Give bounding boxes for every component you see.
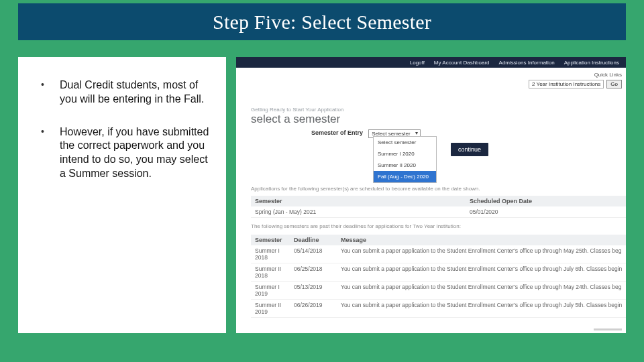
- nav-admissions[interactable]: Admissions Information: [499, 60, 555, 66]
- bullet-item: Dual Credit students, most of you will b…: [41, 78, 213, 107]
- cell-message: You can submit a paper application to th…: [341, 247, 622, 254]
- cell-message: You can submit a paper application to th…: [341, 265, 622, 272]
- cell-semester: Summer I 2018: [255, 247, 294, 261]
- future-semesters-table: Semester Scheduled Open Date Spring (Jan…: [251, 196, 626, 218]
- page-title: select a semester: [251, 113, 343, 126]
- dropdown-option[interactable]: Summer I 2020: [374, 148, 436, 160]
- dropdown-option[interactable]: Summer II 2020: [374, 160, 436, 171]
- app-top-nav: Logoff My Account Dashboard Admissions I…: [236, 57, 626, 68]
- table-header: Semester Scheduled Open Date: [251, 196, 626, 206]
- page-heading: Getting Ready to Start Your Application …: [251, 107, 343, 126]
- nav-logoff[interactable]: Logoff: [410, 60, 425, 66]
- cell-message: You can submit a paper application to th…: [341, 302, 622, 308]
- cell-semester: Summer II 2018: [255, 265, 294, 279]
- slide-title: Step Five: Select Semester: [213, 11, 431, 34]
- cell-deadline: 06/26/2019: [294, 302, 341, 308]
- cell-semester: Summer I 2019: [255, 284, 294, 297]
- quick-links-select[interactable]: 2 Year Institution Instructions: [529, 80, 604, 88]
- col-message: Message: [341, 237, 622, 243]
- cell-deadline: 06/25/2018: [294, 265, 341, 272]
- nav-dashboard[interactable]: My Account Dashboard: [434, 60, 490, 66]
- table-row: Summer II 2019 06/26/2019 You can submit…: [251, 300, 626, 318]
- table-row: Summer I 2018 05/14/2018 You can submit …: [251, 245, 626, 263]
- future-semesters-info: Applications for the following semester(…: [251, 186, 622, 192]
- dropdown-option-selected[interactable]: Fall (Aug - Dec) 2020: [374, 171, 436, 182]
- instruction-card: Dual Credit students, most of you will b…: [18, 57, 226, 333]
- application-screenshot: Logoff My Account Dashboard Admissions I…: [236, 57, 626, 333]
- bullet-item: However, if you have submitted the corre…: [41, 125, 213, 181]
- col-deadline: Deadline: [294, 237, 341, 243]
- quick-links-go-button[interactable]: Go: [606, 80, 622, 88]
- past-semesters-info: The following semesters are past their d…: [251, 223, 622, 229]
- dropdown-option[interactable]: Select semester: [374, 137, 436, 148]
- horizontal-scrollbar[interactable]: [594, 328, 622, 330]
- cell-deadline: 05/14/2018: [294, 247, 341, 254]
- col-open-date: Scheduled Open Date: [470, 198, 622, 204]
- table-row: Spring (Jan - May) 2021 05/01/2020: [251, 206, 626, 218]
- slide-title-band: Step Five: Select Semester: [18, 3, 626, 40]
- cell-open-date: 05/01/2020: [470, 208, 622, 215]
- continue-button[interactable]: continue: [451, 143, 488, 156]
- col-semester: Semester: [255, 198, 470, 204]
- past-semesters-table: Semester Deadline Message Summer I 2018 …: [251, 235, 626, 318]
- nav-instructions[interactable]: Application Instructions: [564, 60, 619, 66]
- table-row: Summer I 2019 05/13/2019 You can submit …: [251, 282, 626, 300]
- quick-links: Quick Links 2 Year Institution Instructi…: [529, 72, 622, 88]
- cell-semester: Spring (Jan - May) 2021: [255, 208, 470, 215]
- semester-dropdown[interactable]: Select semester Summer I 2020 Summer II …: [373, 136, 437, 183]
- semester-label: Semester of Entry: [311, 129, 363, 136]
- page-kicker: Getting Ready to Start Your Application: [251, 107, 343, 113]
- table-row: Summer II 2018 06/25/2018 You can submit…: [251, 263, 626, 282]
- cell-message: You can submit a paper application to th…: [341, 284, 622, 290]
- col-semester: Semester: [255, 237, 294, 243]
- cell-semester: Summer II 2019: [255, 302, 294, 315]
- cell-deadline: 05/13/2019: [294, 284, 341, 290]
- table-header: Semester Deadline Message: [251, 235, 626, 245]
- quick-links-label: Quick Links: [529, 72, 622, 78]
